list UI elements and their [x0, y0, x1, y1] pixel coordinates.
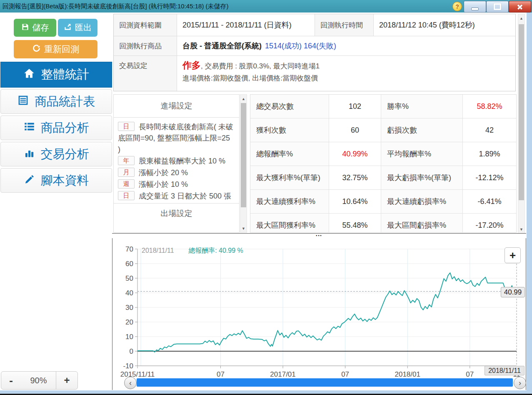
home-icon	[23, 68, 35, 82]
stat-value: 102	[329, 95, 381, 118]
legend-return: 總報酬率: 40.99 %	[188, 247, 243, 254]
exec-time-value: 2018/11/12 10:45 (費時12秒)	[374, 14, 515, 36]
equity-curve-svg[interactable]: 706050403020100-102015/11/11072017/01072…	[121, 244, 527, 380]
svg-text:20: 20	[125, 318, 133, 326]
zoom-out-button[interactable]: -	[1, 371, 21, 390]
sidebar-item-label: 交易分析	[41, 146, 89, 163]
question-icon: ?	[455, 3, 459, 10]
svg-text:2018/01: 2018/01	[395, 370, 420, 378]
stat-value: -6.41%	[463, 190, 516, 214]
stat-value: -12.12%	[463, 166, 516, 190]
long-direction-text: 作多	[182, 60, 201, 70]
sidebar-item-label: 腳本資料	[41, 172, 89, 189]
chart-scroll-left-button[interactable]: ‹	[124, 377, 137, 389]
range-label: 回測資料範圍	[114, 14, 177, 36]
stat-value: 32.75%	[329, 166, 381, 190]
product-counts-link[interactable]: 1514(成功) 164(失敗)	[265, 41, 336, 51]
scroll-down-icon[interactable]: ▼	[518, 226, 525, 232]
overall-stats-table: 總交易次數102勝率%58.82%獲利次數60虧損次數42總報酬率%40.99%…	[250, 94, 517, 233]
svg-text:70: 70	[125, 245, 133, 253]
stat-value: 42	[463, 118, 516, 142]
close-button[interactable]	[509, 1, 531, 13]
product-value: 台股 - 普通股全部(系統)	[182, 41, 262, 51]
legend-date: 2018/11/11	[142, 247, 174, 254]
chart-zoom-in-button[interactable]: +	[505, 247, 521, 263]
window-frame-right	[527, 13, 532, 390]
stat-label: 最大區間虧損率%	[381, 214, 463, 233]
svg-text:60: 60	[125, 260, 133, 268]
sidebar-item-product-stats-table[interactable]: 商品統計表	[0, 89, 112, 114]
minimize-button[interactable]	[464, 1, 486, 13]
stat-label: 勝率%	[381, 95, 463, 118]
scrollbar-thumb[interactable]	[519, 24, 524, 200]
minimize-icon	[471, 8, 479, 10]
list-icon	[24, 121, 35, 135]
chart-legend: 2018/11/11 總報酬率: 40.99 %	[142, 247, 243, 255]
pencil-icon	[24, 174, 35, 188]
entry-condition: 日長時間未破底後創新高( 未破底區間=90, 盤整區間漲幅上限=25 )	[118, 121, 234, 155]
save-button[interactable]: 儲存	[14, 19, 56, 37]
window-title: 回測報告[選股](Beta版):長時間未破底後創新高[台股] (執行時間:10:…	[2, 3, 229, 10]
entry-panel-scrollbar[interactable]: ▲ ▼	[240, 94, 247, 233]
window-frame-bottom	[0, 390, 532, 394]
stat-label: 總交易次數	[250, 95, 329, 118]
equity-curve-chart[interactable]: 706050403020100-102015/11/11072017/01072…	[112, 238, 526, 390]
refresh-icon	[32, 44, 41, 55]
sidebar-item-overall-stats[interactable]: 整體統計	[0, 62, 112, 88]
main-panel-scrollbar[interactable]: ▲ ▼	[518, 14, 525, 234]
backtest-info-table: 回測資料範圍 2015/11/11 - 2018/11/11 (日資料) 回測執…	[113, 14, 516, 91]
rerun-label: 重新回測	[44, 43, 79, 55]
bar-chart-icon	[24, 147, 35, 161]
rerun-backtest-button[interactable]: 重新回測	[14, 40, 97, 58]
period-badge: 日	[118, 122, 135, 131]
svg-text:10: 10	[125, 333, 133, 341]
period-badge: 週	[118, 179, 135, 189]
trade-settings-value: 作多, 交易費用 : 股票0.3%, 最大同時進場1 進場價格:當期收盤價, 出…	[177, 56, 515, 91]
scroll-down-icon[interactable]: ▼	[240, 225, 247, 231]
svg-text:40: 40	[125, 289, 133, 297]
help-button[interactable]: ?	[452, 2, 462, 11]
maximize-icon	[494, 3, 501, 10]
exec-time-label: 回測執行時間	[315, 14, 374, 36]
svg-text:30: 30	[125, 304, 133, 312]
title-bar: 回測報告[選股](Beta版):長時間未破底後創新高[台股] (執行時間:10:…	[0, 0, 532, 13]
sidebar-item-trade-analysis[interactable]: 交易分析	[0, 142, 112, 166]
sidebar-item-product-analysis[interactable]: 商品分析	[0, 116, 112, 140]
stat-value: -17.20%	[463, 214, 516, 233]
stat-value: 58.82%	[463, 95, 516, 118]
scrollbar-thumb[interactable]	[241, 103, 246, 207]
scroll-up-icon[interactable]: ▲	[518, 15, 525, 21]
entry-condition: 月漲幅小於 20 %	[118, 167, 234, 179]
svg-text:07: 07	[217, 370, 225, 378]
zoom-in-button[interactable]: +	[56, 371, 78, 390]
stat-label: 最大連續虧損率%	[381, 190, 463, 214]
save-label: 儲存	[32, 22, 49, 33]
stat-label: 總報酬率%	[250, 142, 329, 166]
export-icon	[64, 23, 72, 33]
sidebar-item-label: 整體統計	[41, 66, 89, 83]
zoom-level: 90%	[21, 371, 56, 390]
condition-text: 漲幅小於 20 %	[139, 169, 188, 177]
export-button[interactable]: 匯出	[58, 19, 97, 37]
entry-condition: 年股東權益報酬率大於 10 %	[118, 156, 234, 167]
range-value: 2015/11/11 - 2018/11/11 (日資料)	[177, 14, 315, 36]
stat-label: 平均報酬率%	[381, 142, 463, 166]
entry-condition: 日成交量近 3 日都大於 500 張	[118, 191, 234, 202]
backtest-report-window: 回測報告[選股](Beta版):長時間未破底後創新高[台股] (執行時間:10:…	[0, 0, 532, 395]
entry-settings-panel: 進場設定 日長時間未破底後創新高( 未破底區間=90, 盤整區間漲幅上限=25 …	[113, 94, 240, 233]
maximize-button[interactable]	[486, 1, 509, 13]
chart-scroll-right-button[interactable]: ›	[514, 377, 526, 389]
chart-scrollbar[interactable]	[137, 378, 513, 387]
end-date-label: 2018/11/11	[485, 366, 525, 375]
floppy-icon	[21, 23, 29, 33]
stat-value: 55.48%	[329, 214, 381, 233]
sidebar-item-script-data[interactable]: 腳本資料	[0, 168, 112, 193]
exit-settings-header: 出場設定	[114, 203, 239, 219]
condition-text: 長時間未破底後創新高( 未破底區間=90, 盤整區間漲幅上限=25 )	[118, 123, 233, 153]
last-value-label: 40.99	[501, 287, 525, 297]
scroll-up-icon[interactable]: ▲	[240, 96, 247, 102]
stat-value: 10.64%	[329, 190, 381, 214]
period-badge: 日	[118, 191, 135, 200]
condition-text: 股東權益報酬率大於 10 %	[139, 157, 225, 165]
stat-label: 最大連續獲利率%	[250, 190, 329, 214]
